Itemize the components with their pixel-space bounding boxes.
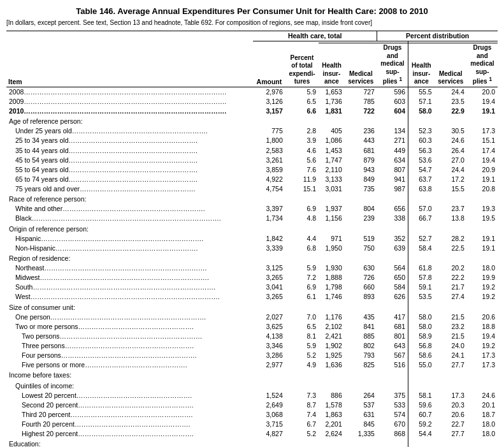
ms-cell: 443 [345,136,377,145]
dm-cell: 134 [377,126,408,136]
pct-cell: 8.7 [285,400,319,410]
dm-cell: 626 [377,292,408,302]
ms-cell: 435 [345,312,377,322]
hi_pct-cell: 66.7 [408,214,435,223]
hi_pct-cell: 58.6 [408,351,435,360]
table-row: 2009……………………………………………………………………………….3,126… [6,97,498,106]
ms-cell: 264 [345,391,377,400]
ms-cell: 825 [345,360,377,370]
hi-cell: 1,736 [319,97,345,106]
ms_pct-cell: 24.1 [435,351,467,360]
hi_pct-cell: 60.7 [408,410,435,420]
item-cell: Third 20 percent………………………………………………. [6,410,253,420]
pct-cell: 5.6 [285,156,319,165]
item-cell: One person……………………………………………………………. [6,312,253,322]
dm_pct-cell [467,253,498,263]
dm-cell: 564 [377,263,408,273]
drugs-medical-header: Drugsandmedicalsup-plies 1 [377,43,408,87]
hi_pct-cell: 54.7 [408,165,435,175]
ms_pct-cell [435,194,467,204]
hi-cell: 1,636 [319,360,345,370]
pct-cell: 5.2 [285,351,319,360]
ms-cell: 236 [345,126,377,136]
hi_pct-cell: 54.4 [408,429,435,439]
ms_pct-cell [435,439,467,447]
amount-cell: 2,977 [253,360,285,370]
dm-cell: 338 [377,214,408,223]
hi_pct-cell: 57.1 [408,97,435,106]
amount-cell: 1,524 [253,391,285,400]
dm_pct-cell: 18.7 [467,410,498,420]
table-row: 2008……………………………………………………………………………….2,976… [6,87,498,97]
dm_pct-cell: 19.4 [467,97,498,106]
ms_pct-cell: 20.2 [435,263,467,273]
hi_pct-cell: 53.6 [408,156,435,165]
pct-drugs-medical-header: Drugsandmedicalsup-plies 1 [467,43,498,87]
ms_pct-cell: 22.5 [435,244,467,253]
hi_pct-cell [408,439,435,447]
dm-cell: 271 [377,136,408,145]
ms_pct-cell [435,116,467,126]
health-care-total-header: Health care, total [253,31,377,41]
hi-cell: 1,798 [319,282,345,292]
amount-cell: 3,625 [253,322,285,332]
hi-cell: 2,421 [319,332,345,341]
hi_pct-cell: 56.8 [408,341,435,351]
pct-cell: 6.1 [285,292,319,302]
pct-expenditures-header: Percentof totalexpendi-tures [285,41,319,87]
pct-cell: 2.8 [285,126,319,136]
pct-cell: 6.5 [285,322,319,332]
item-cell: 45 to 54 years old…………………………………………………. [6,156,253,165]
ms-cell [345,302,377,312]
pct-cell: 5.9 [285,341,319,351]
hi_pct-cell: 52.7 [408,234,435,244]
item-cell: 25 to 34 years old…………………………………………………. [6,136,253,145]
amount-cell: 3,261 [253,156,285,165]
table-row: Age of reference person: [6,116,498,126]
dm_pct-cell [467,194,498,204]
amount-cell: 775 [253,126,285,136]
item-cell: Education: [6,439,253,447]
hi-cell [319,253,345,263]
table-title: Table 146. Average Annual Expenditures P… [6,6,498,17]
hi_pct-cell: 63.7 [408,175,435,184]
amount-cell: 3,339 [253,244,285,253]
hi-cell: 1,086 [319,136,345,145]
pct-cell: 7.4 [285,410,319,420]
hi-cell [319,224,345,234]
pct-cell: 4.8 [285,214,319,223]
table-row: Size of consumer unit: [6,302,498,312]
table-row: Hispanic……………………………………………………………….1,8424.… [6,234,498,244]
amount-cell [253,439,285,447]
item-cell: Under 25 years old……………………………………………………. [6,126,253,136]
hi_pct-cell [408,370,435,380]
ms-cell [345,116,377,126]
ms_pct-cell: 28.2 [435,234,467,244]
hi_pct-cell: 58.0 [408,106,435,116]
hi-cell [319,370,345,380]
amount-cell: 3,265 [253,273,285,282]
hi-cell: 1,453 [319,146,345,156]
pct-cell: 11.9 [285,175,319,184]
dm-cell: 352 [377,234,408,244]
dm-cell: 987 [377,184,408,194]
amount-cell: 4,827 [253,429,285,439]
pct-cell: 6.9 [285,282,319,292]
dm_pct-cell: 18.0 [467,420,498,429]
ms-cell: 239 [345,214,377,223]
pct-cell: 6.5 [285,97,319,106]
hi_pct-cell [408,381,435,391]
dm_pct-cell: 18.0 [467,429,498,439]
dm_pct-cell: 20.0 [467,87,498,97]
pct-cell [285,381,319,391]
item-cell: South………………………………………………………………………. [6,282,253,292]
dm-cell: 449 [377,146,408,156]
hi_pct-cell [408,302,435,312]
pct-cell: 15.1 [285,184,319,194]
ms-cell: 804 [345,204,377,214]
item-cell: Three persons…………………………………………………. [6,341,253,351]
pct-cell: 5.9 [285,263,319,273]
dm-cell [377,381,408,391]
dm_pct-cell: 20.1 [467,400,498,410]
dm-cell: 596 [377,87,408,97]
